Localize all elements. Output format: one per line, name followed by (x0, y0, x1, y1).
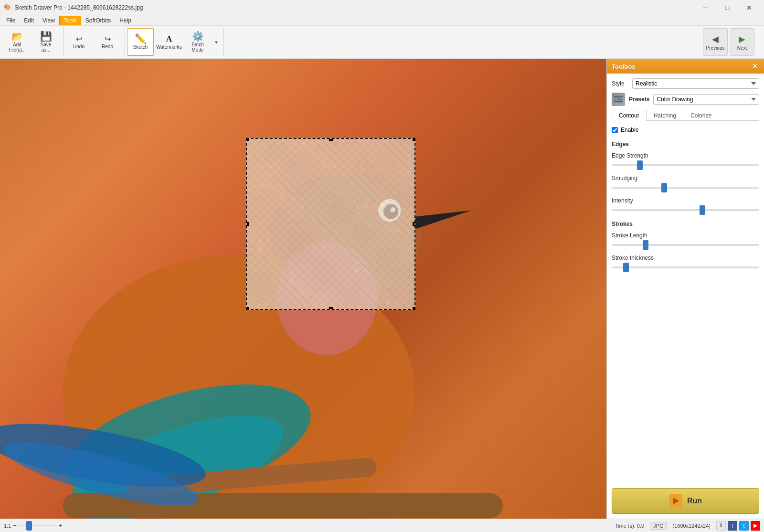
strokes-section-title: Strokes (612, 221, 759, 227)
status-info: Time (s): 0.0 JPG (1600x1242x24) ℹ f t ▶ (615, 521, 760, 531)
previous-label: Previous (706, 45, 725, 51)
info-button[interactable]: ℹ (716, 521, 726, 531)
time-label: Time (s): 0.0 (615, 523, 644, 529)
handle-midleft[interactable] (246, 222, 249, 226)
toolbox-header: Toolbox ✕ (607, 59, 764, 74)
redo-icon: ↪ (105, 35, 111, 43)
batch-mode-label: BatchMode (191, 42, 204, 53)
zoom-level: 1:1 (4, 523, 11, 529)
handle-botmid[interactable] (329, 307, 333, 310)
next-icon: ▶ (739, 34, 745, 44)
toolbar-dropdown-arrow[interactable]: ▼ (213, 28, 220, 56)
handle-topmid[interactable] (329, 138, 333, 141)
sketch-label: Sketch (133, 44, 148, 50)
undo-label: Undo (73, 44, 85, 49)
intensity-item: Intensity (612, 197, 759, 215)
stroke-thickness-slider[interactable] (612, 266, 759, 268)
edge-strength-track (612, 160, 759, 170)
youtube-button[interactable]: ▶ (751, 521, 760, 531)
batch-mode-button[interactable]: ⚙️ BatchMode (184, 28, 211, 56)
watermarks-icon: A (166, 35, 172, 43)
toolbar: 📂 AddFile(s)... 💾 Saveas... ↩ Undo ↪ Red… (0, 26, 764, 59)
zoom-slider[interactable] (19, 525, 57, 526)
undo-icon: ↩ (76, 35, 82, 43)
svg-rect-16 (615, 96, 617, 98)
handle-topleft[interactable] (246, 138, 249, 141)
presets-label: Presets (629, 96, 649, 103)
presets-select[interactable]: Color Drawing Black & White Pencil Sketc… (653, 94, 759, 105)
svg-rect-17 (618, 98, 620, 100)
smudging-slider[interactable] (612, 187, 759, 189)
stroke-thickness-item: Stroke thickness (612, 255, 759, 272)
handle-midright[interactable] (413, 222, 415, 226)
tab-colorize[interactable]: Colorize (683, 110, 719, 121)
style-select[interactable]: Realistic Pencil Charcoal Pastel (632, 78, 759, 89)
main-area: Toolbox ✕ Style Realistic Pencil Charcoa… (0, 59, 764, 519)
menu-file[interactable]: File (2, 16, 20, 25)
add-files-button[interactable]: 📂 AddFile(s)... (4, 28, 31, 56)
statusbar: 1:1 − + Time (s): 0.0 JPG (1600x1242x24)… (0, 519, 764, 532)
toolbox-panel: Toolbox ✕ Style Realistic Pencil Charcoa… (606, 59, 764, 519)
toolbox-title: Toolbox (612, 63, 636, 70)
handle-topright[interactable] (413, 138, 415, 141)
menu-softorbits[interactable]: SoftOrbits (81, 16, 115, 25)
undo-button[interactable]: ↩ Undo (65, 28, 92, 56)
run-button[interactable]: Run (612, 488, 759, 514)
maximize-button[interactable]: □ (716, 0, 738, 15)
tab-hatching[interactable]: Hatching (647, 110, 683, 121)
facebook-button[interactable]: f (728, 521, 737, 531)
watermarks-label: Watermarks (156, 44, 182, 50)
previous-button[interactable]: ◀ Previous (703, 28, 728, 56)
batch-icon: ⚙️ (192, 32, 204, 41)
stroke-length-track (612, 240, 759, 250)
stroke-sliders: Stroke Length Stroke thickness (612, 232, 759, 272)
presets-icon (612, 93, 625, 106)
tabs-row: Contour Hatching Colorize (612, 110, 759, 121)
intensity-slider[interactable] (612, 209, 759, 211)
add-files-label: AddFile(s)... (9, 42, 26, 53)
smudging-label: Smudging (612, 175, 759, 181)
app-title: Sketch Drawer Pro - 1442285_80661628222s… (14, 4, 694, 11)
stroke-thickness-track (612, 263, 759, 272)
edge-strength-slider[interactable] (612, 164, 759, 166)
save-icon: 💾 (40, 32, 52, 41)
watermarks-button[interactable]: A Watermarks (156, 28, 182, 56)
edge-strength-item: Edge Strength (612, 152, 759, 170)
menu-view[interactable]: View (38, 16, 59, 25)
next-label: Next (737, 45, 747, 51)
close-button[interactable]: ✕ (738, 0, 760, 15)
run-button-area: Run (607, 480, 764, 519)
sketch-preview[interactable] (246, 138, 415, 310)
titlebar: 🎨 Sketch Drawer Pro - 1442285_8066162822… (0, 0, 764, 15)
save-as-label: Saveas... (41, 42, 52, 53)
intensity-track (612, 205, 759, 215)
sketch-overlay (247, 139, 414, 309)
sketch-button[interactable]: ✏️ Sketch (127, 28, 154, 56)
save-as-button[interactable]: 💾 Saveas... (32, 28, 59, 56)
handle-botright[interactable] (413, 307, 415, 310)
menu-tools[interactable]: Tools (59, 16, 81, 25)
handle-botleft[interactable] (246, 307, 249, 310)
menu-help[interactable]: Help (115, 16, 136, 25)
toolbox-close-button[interactable]: ✕ (751, 62, 759, 71)
folder-icon: 📂 (11, 32, 23, 41)
twitter-button[interactable]: t (739, 521, 749, 531)
enable-label[interactable]: Enable (621, 127, 638, 133)
sketch-icon: ✏️ (135, 34, 147, 43)
enable-row: Enable (612, 125, 759, 135)
canvas-area[interactable] (0, 59, 606, 519)
tab-contour[interactable]: Contour (612, 110, 647, 121)
nav-area: ◀ Previous ▶ Next (703, 28, 760, 56)
next-button[interactable]: ▶ Next (730, 28, 754, 56)
redo-button[interactable]: ↪ Redo (94, 28, 121, 56)
enable-checkbox[interactable] (612, 127, 618, 133)
svg-rect-13 (614, 96, 623, 97)
dimensions-info: (1600x1242x24) (672, 523, 711, 529)
zoom-minus-icon[interactable]: − (13, 522, 17, 529)
minimize-button[interactable]: ─ (694, 0, 716, 15)
zoom-plus-icon[interactable]: + (59, 522, 63, 529)
stroke-length-slider[interactable] (612, 244, 759, 246)
run-icon (669, 494, 682, 508)
menu-edit[interactable]: Edit (20, 16, 38, 25)
status-zoom: 1:1 − + (4, 522, 68, 529)
